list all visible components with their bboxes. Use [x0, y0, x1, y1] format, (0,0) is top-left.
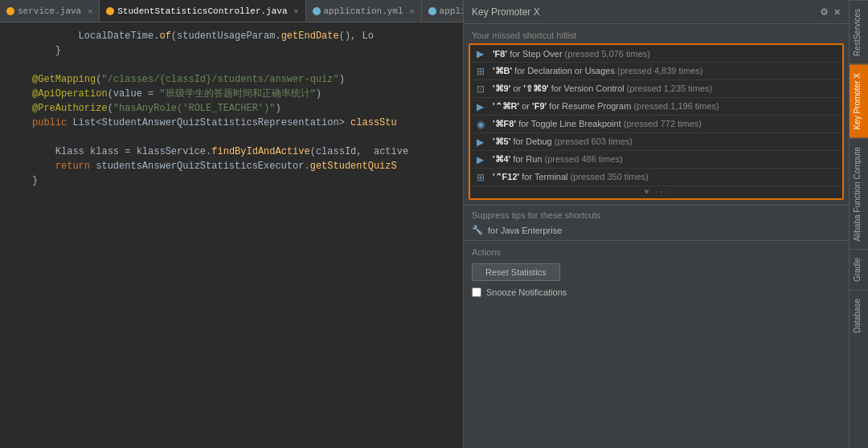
kpx-panel: Key Promoter X ⚙ ✕ Your missed shortcut …: [463, 0, 849, 448]
code-line: @GetMapping("/classes/{classId}/students…: [0, 72, 463, 87]
snooze-checkbox[interactable]: [472, 287, 481, 297]
shortcut-item: ⊡ '⌘9' or '⇧⌘9' for Version Control (pre…: [470, 80, 842, 98]
code-line: return studentsAnswerQuizStatisticsExecu…: [0, 159, 463, 173]
tab-application-yml[interactable]: application.yml ✕: [306, 0, 422, 22]
tab-bar: service.java ✕ StudentStatisticsControll…: [0, 0, 463, 22]
kpx-header: Key Promoter X ⚙ ✕: [464, 0, 849, 24]
shortcut-text: '⌘F8' for Toggle Line Breakpoint (presse…: [493, 119, 836, 129]
suppress-item-label: for Java Enterprise: [488, 226, 562, 235]
code-area: LocalDateTime.of(studentUsageParam.getEn…: [0, 22, 463, 448]
actions-title: Actions: [472, 247, 841, 257]
suppress-title: Suppress tips for these shortcuts: [472, 210, 841, 220]
code-text: @GetMapping("/classes/{classId}/students…: [32, 72, 345, 87]
code-line: public List<StudentAnswerQuizStatisticsR…: [0, 116, 463, 130]
vtab-database[interactable]: Database: [850, 290, 868, 341]
reset-statistics-button[interactable]: Reset Statistics: [472, 263, 560, 281]
shortcut-text: '⌘B' for Declaration or Usages (pressed …: [493, 66, 836, 76]
missed-shortcuts-title: Your missed shortcut hitlist: [464, 24, 849, 43]
code-text: }: [32, 173, 38, 188]
code-text: return studentsAnswerQuizStatisticsExecu…: [32, 159, 397, 173]
code-text: LocalDateTime.of(studentUsageParam.getEn…: [32, 29, 374, 43]
shortcut-item: ▶ '⌘5' for Debug (pressed 603 times): [470, 133, 842, 151]
code-line: @PreAuthorize("hasAnyRole('ROLE_TEACHER'…: [0, 101, 463, 116]
resume-icon: ▶: [477, 101, 488, 112]
vtab-alibaba[interactable]: Alibaba Function Compute: [850, 138, 868, 250]
shortcut-item: ◉ '⌘F8' for Toggle Line Breakpoint (pres…: [470, 116, 842, 133]
tab-label: application-qa.yml: [440, 6, 463, 16]
kpx-title: Key Promoter X: [472, 6, 540, 18]
code-text: @PreAuthorize("hasAnyRole('ROLE_TEACHER'…: [32, 101, 281, 116]
code-line: Klass klass = klassService.findByIdAndAc…: [0, 145, 463, 159]
tab-label: service.java: [18, 6, 81, 16]
debug-icon: ▶: [477, 136, 488, 148]
shortcut-item: ⊞ '⌃F12' for Terminal (pressed 350 times…: [470, 169, 842, 186]
terminal-icon: ⊞: [477, 172, 488, 183]
code-line: [0, 130, 463, 145]
tab-service-java[interactable]: service.java ✕: [0, 0, 100, 22]
suppress-item[interactable]: 🔧 for Java Enterprise: [472, 225, 841, 235]
code-text: @ApiOperation(value = "班级学生的答题时间和正确率统计"): [32, 87, 321, 101]
snooze-label: Snooze Notifications: [486, 287, 567, 297]
close-icon[interactable]: ✕: [293, 6, 298, 16]
shortcut-text: 'F8' for Step Over (pressed 5,076 times): [493, 49, 836, 59]
shortcut-item: ▶ '⌘4' for Run (pressed 486 times): [470, 151, 842, 169]
vtab-rest-services[interactable]: RestServices: [850, 0, 868, 64]
code-text: Klass klass = klassService.findByIdAndAc…: [32, 145, 408, 159]
close-icon[interactable]: ✕: [88, 6, 92, 16]
code-line: @ApiOperation(value = "班级学生的答题时间和正确率统计"): [0, 87, 463, 101]
code-line: }: [0, 173, 463, 188]
java-icon: [106, 7, 114, 15]
close-icon[interactable]: ✕: [410, 6, 415, 16]
declaration-icon: ⊞: [477, 66, 488, 77]
code-text: }: [32, 43, 61, 58]
tab-application-qa-yml[interactable]: application-qa.yml ✕: [422, 0, 463, 22]
kpx-header-icons: ⚙ ✕: [821, 5, 841, 18]
snooze-row: Snooze Notifications: [472, 287, 841, 297]
yml-icon: [313, 7, 321, 15]
shortcut-text: '⌃⌘R' or 'F9' for Resume Program (presse…: [493, 101, 836, 112]
close-icon[interactable]: ✕: [834, 5, 841, 18]
yml-icon: [428, 7, 436, 15]
shortcut-item: ▶ 'F8' for Step Over (pressed 5,076 time…: [470, 45, 842, 63]
shortcut-text: '⌘4' for Run (pressed 486 times): [493, 154, 836, 165]
code-text: public List<StudentAnswerQuizStatisticsR…: [32, 116, 397, 130]
tab-label: application.yml: [324, 6, 403, 16]
shortcut-text: '⌘5' for Debug (pressed 603 times): [493, 136, 836, 147]
tab-label: StudentStatisticsController.java: [117, 6, 287, 16]
breakpoint-icon: ◉: [477, 119, 488, 130]
more-indicator: ▼ ···: [470, 186, 842, 198]
vtab-gradle[interactable]: Gradle: [850, 249, 868, 290]
actions-section: Actions Reset Statistics Snooze Notifica…: [464, 240, 849, 303]
kpx-body: Your missed shortcut hitlist ▶ 'F8' for …: [464, 24, 849, 448]
code-line: [0, 58, 463, 72]
step-over-icon: ▶: [477, 48, 488, 59]
shortcut-item: ⊞ '⌘B' for Declaration or Usages (presse…: [470, 63, 842, 80]
shortcut-text: '⌘9' or '⇧⌘9' for Version Control (press…: [493, 83, 836, 94]
vtab-key-promoter[interactable]: Key Promoter X: [850, 64, 868, 138]
run-icon: ▶: [477, 154, 488, 165]
code-line: LocalDateTime.of(studentUsageParam.getEn…: [0, 29, 463, 43]
settings-icon[interactable]: ⚙: [821, 5, 827, 18]
java-icon: [6, 7, 14, 15]
shortcut-item: ▶ '⌃⌘R' or 'F9' for Resume Program (pres…: [470, 98, 842, 116]
shortcut-text: '⌃F12' for Terminal (pressed 350 times): [493, 172, 836, 182]
tab-student-statistics[interactable]: StudentStatisticsController.java ✕: [100, 0, 305, 22]
editor-area: service.java ✕ StudentStatisticsControll…: [0, 0, 463, 448]
vertical-tabs: RestServices Key Promoter X Alibaba Func…: [849, 0, 868, 448]
shortcut-list: ▶ 'F8' for Step Over (pressed 5,076 time…: [469, 43, 844, 200]
suppress-section: Suppress tips for these shortcuts 🔧 for …: [464, 205, 849, 240]
code-line: }: [0, 43, 463, 58]
java-enterprise-icon: 🔧: [472, 225, 483, 235]
version-control-icon: ⊡: [477, 83, 488, 95]
